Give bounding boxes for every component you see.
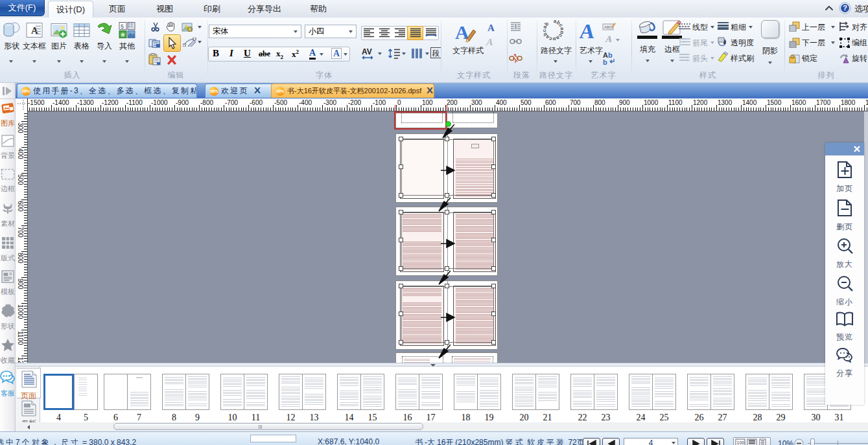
svg-text:b: b — [603, 58, 607, 65]
svg-text:100: 100 — [737, 440, 745, 445]
svg-text:abcabcabcabcab: abcabcabcabcab — [543, 20, 563, 40]
svg-text:A: A — [580, 20, 596, 42]
svg-text:?: ? — [843, 4, 847, 12]
svg-text:b: b — [608, 51, 613, 59]
svg-text:AV: AV — [362, 47, 372, 56]
svg-text:5: 5 — [121, 23, 124, 30]
